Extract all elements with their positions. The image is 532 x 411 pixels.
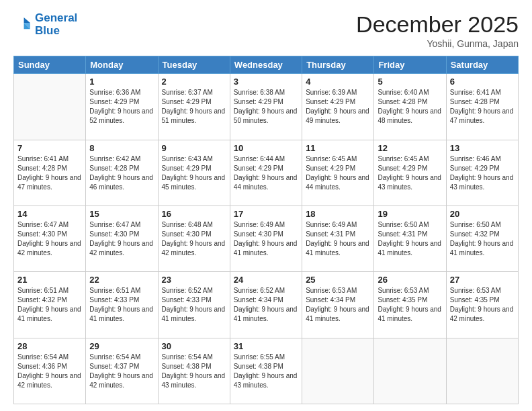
calendar-week-row: 7Sunrise: 6:41 AMSunset: 4:28 PMDaylight… [14,140,519,205]
cell-info: Sunrise: 6:54 AMSunset: 4:38 PMDaylight:… [162,353,226,390]
logo-icon [13,15,32,34]
svg-marker-0 [24,17,30,23]
calendar-week-row: 1Sunrise: 6:36 AMSunset: 4:29 PMDaylight… [14,74,519,140]
calendar-cell: 5Sunrise: 6:40 AMSunset: 4:28 PMDaylight… [374,74,446,140]
calendar-cell: 29Sunrise: 6:54 AMSunset: 4:37 PMDayligh… [86,338,158,404]
page: General Blue December 2025 Yoshii, Gunma… [0,0,532,411]
cell-info: Sunrise: 6:51 AMSunset: 4:32 PMDaylight:… [17,286,82,324]
day-number: 11 [306,143,370,153]
calendar-day-header: Sunday [14,56,86,74]
cell-info: Sunrise: 6:45 AMSunset: 4:29 PMDaylight:… [306,154,370,192]
calendar-cell: 8Sunrise: 6:42 AMSunset: 4:28 PMDaylight… [86,140,158,205]
day-number: 23 [162,275,226,285]
cell-info: Sunrise: 6:39 AMSunset: 4:29 PMDaylight:… [306,88,370,126]
month-title: December 2025 [356,12,519,37]
calendar-cell: 27Sunrise: 6:53 AMSunset: 4:35 PMDayligh… [446,272,518,338]
cell-info: Sunrise: 6:52 AMSunset: 4:34 PMDaylight:… [234,286,298,324]
calendar-cell: 16Sunrise: 6:48 AMSunset: 4:30 PMDayligh… [158,206,230,272]
cell-info: Sunrise: 6:42 AMSunset: 4:28 PMDaylight:… [89,154,154,192]
cell-info: Sunrise: 6:47 AMSunset: 4:30 PMDaylight:… [89,220,154,258]
day-number: 14 [17,209,82,219]
cell-info: Sunrise: 6:36 AMSunset: 4:29 PMDaylight:… [89,88,154,126]
day-number: 2 [162,77,226,87]
day-number: 27 [450,275,515,285]
calendar-week-row: 28Sunrise: 6:54 AMSunset: 4:36 PMDayligh… [14,338,519,404]
day-number: 8 [89,143,154,153]
calendar-cell [14,74,86,140]
calendar-cell: 11Sunrise: 6:45 AMSunset: 4:29 PMDayligh… [302,140,374,205]
day-number: 29 [89,341,154,351]
cell-info: Sunrise: 6:49 AMSunset: 4:30 PMDaylight:… [234,220,298,258]
calendar-cell: 6Sunrise: 6:41 AMSunset: 4:28 PMDaylight… [446,74,518,140]
cell-info: Sunrise: 6:47 AMSunset: 4:30 PMDaylight:… [17,220,82,258]
calendar-cell: 1Sunrise: 6:36 AMSunset: 4:29 PMDaylight… [86,74,158,140]
calendar-cell: 21Sunrise: 6:51 AMSunset: 4:32 PMDayligh… [14,272,86,338]
day-number: 15 [89,209,154,219]
calendar-week-row: 21Sunrise: 6:51 AMSunset: 4:32 PMDayligh… [14,272,519,338]
cell-info: Sunrise: 6:49 AMSunset: 4:31 PMDaylight:… [306,220,370,258]
day-number: 12 [378,143,442,153]
cell-info: Sunrise: 6:54 AMSunset: 4:37 PMDaylight:… [89,353,154,390]
calendar-cell [374,338,446,404]
cell-info: Sunrise: 6:46 AMSunset: 4:29 PMDaylight:… [450,154,515,192]
cell-info: Sunrise: 6:50 AMSunset: 4:31 PMDaylight:… [378,220,442,258]
day-number: 24 [234,275,298,285]
calendar-week-row: 14Sunrise: 6:47 AMSunset: 4:30 PMDayligh… [14,206,519,272]
header: General Blue December 2025 Yoshii, Gunma… [13,12,519,49]
day-number: 6 [450,77,515,87]
cell-info: Sunrise: 6:53 AMSunset: 4:35 PMDaylight:… [450,286,515,324]
calendar-cell: 22Sunrise: 6:51 AMSunset: 4:33 PMDayligh… [86,272,158,338]
cell-info: Sunrise: 6:41 AMSunset: 4:28 PMDaylight:… [17,154,82,192]
calendar-header-row: SundayMondayTuesdayWednesdayThursdayFrid… [14,56,519,74]
location: Yoshii, Gunma, Japan [356,38,519,49]
cell-info: Sunrise: 6:40 AMSunset: 4:28 PMDaylight:… [378,88,442,126]
day-number: 18 [306,209,370,219]
calendar-cell: 14Sunrise: 6:47 AMSunset: 4:30 PMDayligh… [14,206,86,272]
title-block: December 2025 Yoshii, Gunma, Japan [356,12,519,49]
day-number: 4 [306,77,370,87]
day-number: 25 [306,275,370,285]
cell-info: Sunrise: 6:44 AMSunset: 4:29 PMDaylight:… [234,154,298,192]
cell-info: Sunrise: 6:45 AMSunset: 4:29 PMDaylight:… [378,154,442,192]
calendar-cell: 19Sunrise: 6:50 AMSunset: 4:31 PMDayligh… [374,206,446,272]
cell-info: Sunrise: 6:53 AMSunset: 4:34 PMDaylight:… [306,286,370,324]
calendar-cell: 13Sunrise: 6:46 AMSunset: 4:29 PMDayligh… [446,140,518,205]
cell-info: Sunrise: 6:53 AMSunset: 4:35 PMDaylight:… [378,286,442,324]
cell-info: Sunrise: 6:55 AMSunset: 4:38 PMDaylight:… [234,353,298,390]
cell-info: Sunrise: 6:54 AMSunset: 4:36 PMDaylight:… [17,353,82,390]
calendar-cell: 31Sunrise: 6:55 AMSunset: 4:38 PMDayligh… [230,338,302,404]
calendar-cell: 18Sunrise: 6:49 AMSunset: 4:31 PMDayligh… [302,206,374,272]
cell-info: Sunrise: 6:38 AMSunset: 4:29 PMDaylight:… [234,88,298,126]
day-number: 3 [234,77,298,87]
day-number: 16 [162,209,226,219]
day-number: 5 [378,77,442,87]
calendar-day-header: Tuesday [158,56,230,74]
calendar-cell: 3Sunrise: 6:38 AMSunset: 4:29 PMDaylight… [230,74,302,140]
calendar-cell: 28Sunrise: 6:54 AMSunset: 4:36 PMDayligh… [14,338,86,404]
calendar-table: SundayMondayTuesdayWednesdayThursdayFrid… [13,56,519,404]
day-number: 26 [378,275,442,285]
calendar-cell: 12Sunrise: 6:45 AMSunset: 4:29 PMDayligh… [374,140,446,205]
day-number: 28 [17,341,82,351]
cell-info: Sunrise: 6:51 AMSunset: 4:33 PMDaylight:… [89,286,154,324]
day-number: 22 [89,275,154,285]
calendar-cell: 24Sunrise: 6:52 AMSunset: 4:34 PMDayligh… [230,272,302,338]
day-number: 19 [378,209,442,219]
calendar-cell: 26Sunrise: 6:53 AMSunset: 4:35 PMDayligh… [374,272,446,338]
day-number: 1 [89,77,154,87]
day-number: 30 [162,341,226,351]
day-number: 13 [450,143,515,153]
calendar-cell: 10Sunrise: 6:44 AMSunset: 4:29 PMDayligh… [230,140,302,205]
calendar-cell: 2Sunrise: 6:37 AMSunset: 4:29 PMDaylight… [158,74,230,140]
calendar-cell: 7Sunrise: 6:41 AMSunset: 4:28 PMDaylight… [14,140,86,205]
calendar-day-header: Monday [86,56,158,74]
calendar-cell: 9Sunrise: 6:43 AMSunset: 4:29 PMDaylight… [158,140,230,205]
calendar-cell: 30Sunrise: 6:54 AMSunset: 4:38 PMDayligh… [158,338,230,404]
calendar-day-header: Friday [374,56,446,74]
day-number: 9 [162,143,226,153]
cell-info: Sunrise: 6:48 AMSunset: 4:30 PMDaylight:… [162,220,226,258]
cell-info: Sunrise: 6:41 AMSunset: 4:28 PMDaylight:… [450,88,515,126]
calendar-cell: 4Sunrise: 6:39 AMSunset: 4:29 PMDaylight… [302,74,374,140]
calendar-cell: 17Sunrise: 6:49 AMSunset: 4:30 PMDayligh… [230,206,302,272]
day-number: 31 [234,341,298,351]
